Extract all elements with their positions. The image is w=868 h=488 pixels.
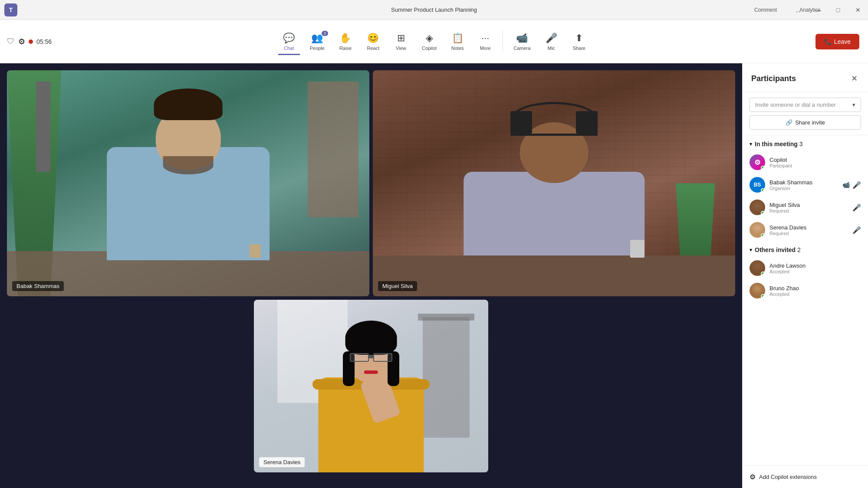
participant-info-babak: Babak Shammas Organizer [769, 179, 838, 191]
mic-button[interactable]: 🎤 Mic [537, 29, 565, 54]
others-invited-section-header[interactable]: ▾ Others invited 2 [743, 241, 868, 257]
react-button[interactable]: 😊 React [359, 29, 387, 54]
avatar-copilot: ⚙ [750, 154, 765, 170]
bottom-video-row: Serena Davies [7, 300, 735, 472]
camera-label: Camera [513, 46, 530, 51]
participant-info-serena: Serena Davies Required [769, 224, 848, 236]
participant-info-copilot: Copilot Participant [769, 157, 861, 168]
close-panel-button[interactable]: ✕ [849, 72, 859, 85]
shield-icon: 🛡 [7, 37, 15, 46]
copilot-icon: ◈ [426, 33, 433, 44]
copilot-toolbar-icon: ⚙ [18, 37, 25, 46]
in-meeting-section-header[interactable]: ▾ In this meeting 3 [743, 135, 868, 151]
babak-initials: BS [754, 182, 761, 188]
participants-panel: Participants ✕ Invite someone or dial a … [742, 63, 868, 488]
panel-title: Participants [751, 74, 796, 83]
babak-name: Babak Shammas [16, 283, 59, 289]
add-copilot-extensions[interactable]: ⚙ Add Copilot extensions [743, 465, 868, 488]
participant-info-miguel: Miguel Silva Required [769, 202, 848, 213]
react-label: React [367, 46, 380, 51]
avatar-bruno [750, 283, 765, 298]
people-button[interactable]: 👥 People 3 [303, 29, 332, 54]
invite-section: Invite someone or dial a number ▾ 🔗 Shar… [743, 92, 868, 135]
babak-actions: 📹 🎤 [842, 181, 861, 189]
avatar-serena [750, 222, 765, 238]
notes-icon: 📋 [452, 33, 464, 44]
miguel-role: Required [769, 208, 848, 213]
participant-info-andre: Andre Lawson Accepted [769, 262, 861, 274]
windows-icon: T [4, 0, 17, 20]
share-button[interactable]: ⬆ Share [565, 29, 593, 54]
chevron-down-icon: ▾ [750, 141, 752, 147]
participant-copilot[interactable]: ⚙ Copilot Participant [743, 151, 868, 174]
video-tile-miguel: Miguel Silva [373, 70, 735, 296]
main-content: Babak Shammas [0, 63, 868, 488]
notes-button[interactable]: 📋 Notes [444, 29, 471, 54]
video-action-icon[interactable]: 📹 [842, 181, 850, 188]
andre-name: Andre Lawson [769, 262, 861, 269]
view-label: View [396, 46, 406, 51]
raise-label: Raise [339, 46, 352, 51]
raise-button[interactable]: ✋ Raise [332, 29, 359, 54]
video-tile-babak: Babak Shammas [7, 70, 369, 296]
leave-button[interactable]: 📞 Leave [815, 34, 859, 49]
others-chevron-icon: ▾ [750, 247, 752, 253]
video-area: Babak Shammas [0, 63, 742, 488]
status-dot-serena [761, 233, 765, 238]
participant-andre[interactable]: Andre Lawson Accepted [743, 257, 868, 279]
copilot-button[interactable]: ◈ Copilot [415, 29, 444, 54]
copilot-avatar-icon: ⚙ [754, 158, 760, 167]
share-icon: ⬆ [575, 33, 583, 44]
mic-icon: 🎤 [546, 33, 557, 44]
dropdown-chevron-icon: ▾ [852, 102, 855, 108]
toolbar-left: 🛡 ⚙ 05:56 [7, 37, 52, 46]
serena-mic-icon[interactable]: 🎤 [852, 226, 861, 234]
share-invite-label: Share invite [795, 119, 825, 126]
invite-input[interactable]: Invite someone or dial a number ▾ [750, 98, 861, 112]
more-button[interactable]: ... [788, 0, 808, 20]
chat-label: Chat [284, 46, 294, 51]
comment-label: Comment [754, 7, 777, 13]
minimize-button[interactable]: — [808, 0, 828, 20]
comment-section: Comment [750, 0, 781, 20]
miguel-name: Miguel Silva [382, 283, 413, 289]
more-label: More [480, 46, 491, 51]
andre-status: Accepted [769, 269, 861, 274]
babak-role: Organizer [769, 186, 838, 191]
participant-babak[interactable]: BS Babak Shammas Organizer 📹 🎤 [743, 174, 868, 196]
participant-serena[interactable]: Serena Davies Required 🎤 [743, 219, 868, 241]
people-label: People [310, 46, 325, 51]
chat-button[interactable]: 💬 Chat [275, 29, 303, 54]
avatar-babak: BS [750, 177, 765, 193]
participant-miguel[interactable]: Miguel Silva Required 🎤 [743, 196, 868, 219]
babak-participant-name: Babak Shammas [769, 179, 838, 186]
invite-placeholder: Invite someone or dial a number [755, 102, 836, 108]
add-copilot-icon: ⚙ [750, 473, 756, 481]
toolbar-divider [503, 31, 503, 52]
miguel-mic-icon[interactable]: 🎤 [852, 203, 861, 212]
copilot-label: Copilot [422, 46, 437, 51]
avatar-andre [750, 260, 765, 276]
serena-name: Serena Davies [263, 459, 300, 465]
status-dot-copilot [761, 166, 765, 170]
miguel-actions: 🎤 [852, 203, 861, 212]
serena-actions: 🎤 [852, 226, 861, 234]
share-invite-button[interactable]: 🔗 Share invite [750, 115, 861, 130]
maximize-button[interactable]: □ [828, 0, 848, 20]
close-button[interactable]: ✕ [848, 0, 868, 20]
more-options-button[interactable]: ··· More [471, 29, 499, 54]
notes-label: Notes [451, 46, 464, 51]
video-label-serena: Serena Davies [259, 457, 305, 467]
video-tile-serena: Serena Davies [254, 300, 488, 472]
camera-button[interactable]: 📹 Camera [506, 29, 537, 54]
participant-bruno[interactable]: Bruno Zhao Accepted [743, 279, 868, 302]
leave-phone-icon: 📞 [824, 38, 832, 45]
panel-header: Participants ✕ [743, 63, 868, 92]
bruno-name: Bruno Zhao [769, 285, 861, 291]
video-label-miguel: Miguel Silva [378, 281, 417, 291]
react-icon: 😊 [367, 33, 379, 44]
camera-icon: 📹 [516, 33, 528, 44]
mic-action-icon[interactable]: 🎤 [852, 181, 861, 189]
view-button[interactable]: ⊞ View [387, 29, 415, 54]
window-title: Summer Product Launch Planning [391, 7, 477, 13]
